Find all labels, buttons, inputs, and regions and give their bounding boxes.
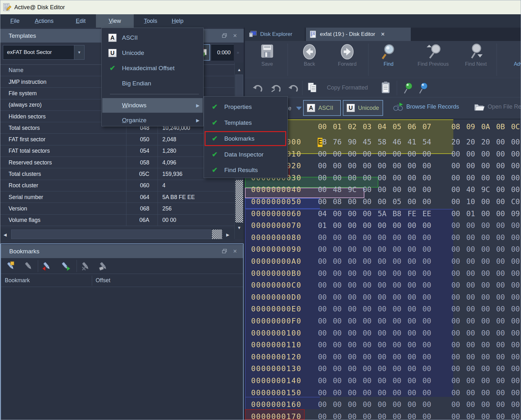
hex-byte[interactable]: 00 <box>463 281 478 289</box>
hex-byte[interactable]: 00 <box>463 329 478 337</box>
hex-byte[interactable]: 00 <box>508 400 521 409</box>
copy-formatted-label[interactable]: Copy Formatted <box>327 84 368 91</box>
hex-byte[interactable]: 00 <box>315 174 330 182</box>
hex-byte[interactable]: 00 <box>404 412 419 420</box>
hex-byte[interactable]: 00 <box>493 389 508 397</box>
hex-byte[interactable]: 00 <box>330 150 345 158</box>
close-panel-icon[interactable]: ✕ <box>233 33 237 39</box>
hex-byte[interactable]: 20 <box>463 138 478 146</box>
hex-byte[interactable]: 00 <box>315 317 330 325</box>
hex-byte[interactable]: 00 <box>375 412 389 420</box>
submenu-item-properties[interactable]: ✔ Properties <box>205 99 287 115</box>
hex-byte[interactable]: 00 <box>345 269 360 277</box>
hex-byte[interactable]: 00 <box>493 138 508 146</box>
previous-bookmark-icon[interactable] <box>42 261 52 273</box>
hex-byte[interactable]: 00 <box>493 221 508 230</box>
horizontal-scroll-thumb[interactable] <box>11 230 211 239</box>
hex-byte[interactable]: 00 <box>478 269 493 277</box>
hex-byte[interactable]: 00 <box>389 233 404 242</box>
hex-byte[interactable]: 00 <box>404 377 419 385</box>
hex-byte[interactable]: 00 <box>330 353 345 361</box>
hex-byte[interactable]: 00 <box>389 281 404 289</box>
hex-byte[interactable]: 00 <box>360 257 375 265</box>
hex-byte[interactable]: 00 <box>375 293 389 301</box>
hex-byte[interactable]: 9C <box>345 185 360 194</box>
hex-byte[interactable]: 00 <box>330 377 345 385</box>
hex-byte[interactable]: 00 <box>330 257 345 265</box>
hex-byte[interactable]: 00 <box>448 293 463 301</box>
hex-byte[interactable]: 00 <box>330 305 345 313</box>
hex-byte[interactable]: 00 <box>389 269 404 277</box>
hex-byte[interactable]: 00 <box>478 221 493 230</box>
hex-byte[interactable]: 00 <box>315 353 330 361</box>
horizontal-scroll-track[interactable] <box>212 230 222 239</box>
hex-byte[interactable]: 00 <box>493 162 508 170</box>
hex-byte[interactable]: 20 <box>448 138 463 146</box>
hex-byte[interactable]: 00 <box>493 210 508 218</box>
hex-byte[interactable]: 00 <box>360 197 375 206</box>
hex-byte[interactable]: 00 <box>419 257 434 265</box>
hex-byte[interactable]: 00 <box>360 150 375 158</box>
hex-byte[interactable]: 00 <box>508 233 521 242</box>
hex-byte[interactable]: 00 <box>315 305 330 313</box>
hex-byte[interactable]: 00 <box>508 293 521 301</box>
hex-byte[interactable]: 10 <box>463 197 478 206</box>
hex-byte[interactable]: 00 <box>315 269 330 277</box>
hex-byte[interactable]: 00 <box>389 174 404 182</box>
hex-byte[interactable]: 00 <box>508 185 521 194</box>
hex-byte[interactable]: 00 <box>330 269 345 277</box>
hex-byte[interactable]: 00 <box>419 245 434 253</box>
hex-byte[interactable]: 00 <box>493 400 508 409</box>
hex-byte[interactable]: 00 <box>508 269 521 277</box>
add-bookmark-icon[interactable] <box>5 261 16 273</box>
hex-byte[interactable]: 00 <box>448 400 463 409</box>
hex-byte[interactable]: 00 <box>508 281 521 289</box>
hex-byte[interactable]: 00 <box>375 150 389 158</box>
hex-byte[interactable]: 00 <box>448 257 463 265</box>
edit-bookmark-icon[interactable] <box>23 261 34 273</box>
hex-byte[interactable]: 00 <box>330 317 345 325</box>
hex-byte[interactable]: 46 <box>389 138 404 146</box>
hex-byte[interactable]: 00 <box>389 353 404 361</box>
hex-byte[interactable]: 00 <box>375 162 389 170</box>
hex-byte[interactable]: 00 <box>419 329 434 337</box>
hex-byte[interactable]: 00 <box>419 293 434 301</box>
menu-item-organize[interactable]: Organize ▶ <box>102 113 203 127</box>
hex-byte[interactable]: 00 <box>345 233 360 242</box>
hex-byte[interactable]: 00 <box>463 221 478 230</box>
hex-byte[interactable]: 00 <box>419 364 434 373</box>
hex-byte[interactable]: 00 <box>389 293 404 301</box>
hex-byte[interactable]: 00 <box>448 233 463 242</box>
hex-byte[interactable]: 00 <box>419 400 434 409</box>
hex-byte[interactable]: 00 <box>463 341 478 349</box>
find-previous-button[interactable]: Find Previous <box>410 43 456 67</box>
browse-file-records-button[interactable]: Browse File Records <box>393 102 459 111</box>
hex-byte[interactable]: 00 <box>389 257 404 265</box>
template-row[interactable]: Root cluster0604 <box>0 180 234 191</box>
hex-byte[interactable]: 00 <box>404 162 419 170</box>
hex-byte[interactable]: 00 <box>330 412 345 420</box>
hex-byte[interactable]: 00 <box>389 341 404 349</box>
hex-byte[interactable]: 00 <box>315 281 330 289</box>
hex-byte[interactable]: 20 <box>478 138 493 146</box>
column-header-offset[interactable]: Offset <box>96 277 110 284</box>
hex-byte[interactable]: 00 <box>419 233 434 242</box>
scroll-down-icon[interactable]: ▼ <box>235 224 244 231</box>
hex-byte[interactable]: 00 <box>375 400 389 409</box>
hex-byte[interactable]: 00 <box>448 353 463 361</box>
menu-view[interactable]: View <box>96 14 134 28</box>
hidden-dropdown[interactable]: e <box>288 105 302 112</box>
hex-byte[interactable]: 00 <box>345 329 360 337</box>
hex-byte[interactable]: 00 <box>448 305 463 313</box>
menu-item-big-endian[interactable]: Big Endian <box>102 76 203 91</box>
hex-byte[interactable]: 00 <box>463 389 478 397</box>
hex-byte[interactable]: 00 <box>389 150 404 158</box>
hex-byte[interactable]: 00 <box>360 233 375 242</box>
hex-byte[interactable]: 00 <box>360 400 375 409</box>
hex-byte[interactable]: 00 <box>315 197 330 206</box>
hex-byte[interactable]: 9C <box>478 185 493 194</box>
template-selector[interactable]: exFAT Boot Sector ▼ <box>3 45 85 60</box>
hex-byte[interactable]: 00 <box>478 412 493 420</box>
hex-byte[interactable]: 00 <box>360 305 375 313</box>
hex-byte[interactable]: 00 <box>478 245 493 253</box>
